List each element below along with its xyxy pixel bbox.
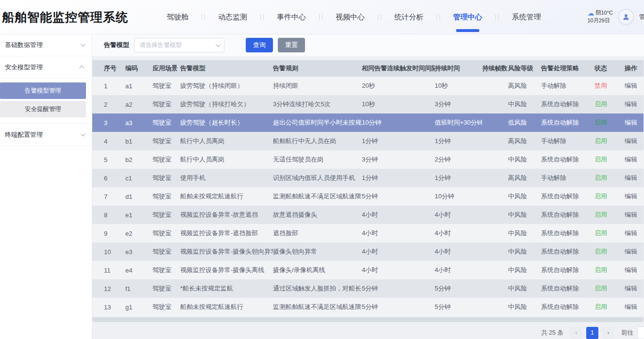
- edit-link[interactable]: 编辑: [625, 285, 637, 292]
- edit-link[interactable]: 编辑: [625, 137, 637, 145]
- cell-strategy: 系统自动解除: [541, 187, 594, 206]
- cell-status: 启用: [594, 187, 625, 206]
- sidebar-group-terminal-config[interactable]: 终端配置管理: [0, 124, 92, 146]
- horizontal-scrollbar[interactable]: [92, 317, 644, 322]
- cell-code: g1: [125, 298, 153, 316]
- cell-model: 疲劳驾驶（持续打哈欠）: [180, 95, 273, 113]
- cell-strategy: 手动解除: [541, 77, 594, 95]
- tab-dynamic-monitor[interactable]: 动态监测: [205, 0, 260, 34]
- cell-scene: 驾驶室: [153, 279, 180, 298]
- goto-label: 前往: [621, 329, 633, 337]
- nav-separator: [495, 0, 499, 34]
- edit-link[interactable]: 编辑: [625, 229, 637, 237]
- table-row[interactable]: 11e4驾驶室视频监控设备异常-摄像头离线摄像头/录像机离线4小时4小时中风险系…: [92, 261, 644, 279]
- weather-date: 10月29日: [587, 17, 613, 25]
- cell-frames: [482, 298, 508, 316]
- sidebar: 基础数据管理安全模型管理告警模型管理安全提醒管理终端配置管理: [0, 34, 92, 339]
- edit-link[interactable]: 编辑: [625, 303, 637, 310]
- cell-interval: 4小时: [362, 224, 435, 242]
- tab-system-management[interactable]: 系统管理: [499, 0, 554, 34]
- edit-link[interactable]: 编辑: [625, 266, 637, 274]
- search-button[interactable]: 查询: [246, 38, 273, 52]
- cell-strategy: 系统自动解除: [541, 242, 594, 261]
- main-content: 告警模型 请选择告警模型 查询 重置 序号编码应用场景告警模型告警规则相同告警连…: [92, 34, 644, 339]
- cell-frames: [482, 206, 508, 224]
- navbar-right: ☁ 阴10°C 10月29日 管理: [587, 9, 644, 25]
- cell-code: d1: [125, 187, 153, 206]
- edit-link[interactable]: 编辑: [625, 248, 637, 255]
- cell-status: 启用: [594, 150, 625, 169]
- column-header: 告警处理策略: [541, 60, 594, 77]
- table-row[interactable]: 9e2驾驶室视频监控设备异常-遮挡脸部遮挡脸部4小时4小时中风险系统自动解除启用…: [92, 224, 644, 242]
- cell-risk: 中风险: [508, 242, 541, 261]
- sidebar-group-label: 终端配置管理: [5, 130, 43, 139]
- cell-model: 疲劳驾驶（持续闭眼）: [180, 77, 273, 95]
- table-row[interactable]: 7d1驾驶室船舶未按规定航速航行监测船舶航速不满足区域航速限制规定5分钟10分钟…: [92, 187, 644, 206]
- edit-link[interactable]: 编辑: [625, 193, 637, 200]
- table-row[interactable]: 12f1驾驶室*船长未按规定监航通过区域触发人脸抓拍，对船长身份...5分钟5分…: [92, 279, 644, 298]
- edit-link[interactable]: 编辑: [625, 82, 637, 89]
- table-row[interactable]: 5b2驾驶室航行中人员离岗无适任驾驶员在岗3分钟2分钟中风险系统自动解除启用编辑: [92, 150, 644, 169]
- cell-interval: 4小时: [362, 242, 435, 261]
- table-row[interactable]: 4b1驾驶室航行中人员离岗船舶航行中无人员在岗1分钟1分钟高风险手动解除启用编辑: [92, 132, 644, 150]
- tab-management-center[interactable]: 管理中心: [440, 0, 495, 34]
- page-number-current[interactable]: 1: [586, 327, 598, 339]
- cell-code: b1: [125, 132, 153, 150]
- avatar[interactable]: [618, 9, 634, 25]
- tab-video-center[interactable]: 视频中心: [322, 0, 378, 34]
- edit-link[interactable]: 编辑: [625, 174, 637, 181]
- cell-interval: 5分钟: [362, 187, 435, 206]
- column-header: 风险等级: [508, 60, 541, 77]
- cell-scene: 驾驶室: [153, 95, 180, 113]
- cell-status: 启用: [594, 95, 625, 113]
- cell-action: 编辑: [625, 298, 644, 316]
- edit-link[interactable]: 编辑: [625, 119, 637, 126]
- cell-strategy: 系统自动解除: [541, 298, 594, 316]
- table-row[interactable]: 10e3驾驶室视频监控设备异常-摄像头朝向异常摄像头朝向异常4小时4小时中风险系…: [92, 242, 644, 261]
- cell-scene: 驾驶室: [153, 77, 180, 95]
- goto-page-input[interactable]: [637, 326, 644, 339]
- cell-risk: 中风险: [508, 224, 541, 242]
- table-row[interactable]: 13g1驾驶室船舶未按规定航速航行监测船舶航速不满足区域航速限制规定5分钟5分钟…: [92, 298, 644, 316]
- cell-rule: 摄像头/录像机离线: [273, 261, 362, 279]
- app-title: 船舶智能监控管理系统: [2, 9, 128, 25]
- cell-rule: 无适任驾驶员在岗: [273, 150, 362, 169]
- cell-frames: [482, 150, 508, 169]
- sidebar-group-base-data[interactable]: 基础数据管理: [0, 34, 92, 56]
- next-page-button[interactable]: ›: [602, 327, 614, 339]
- sidebar-item-safety-reminder[interactable]: 安全提醒管理: [0, 101, 86, 117]
- reset-button[interactable]: 重置: [278, 38, 305, 52]
- sidebar-item-alarm-model[interactable]: 告警模型管理: [0, 82, 86, 99]
- table-row[interactable]: 8e1驾驶室视频监控设备异常-故意遮挡故意遮挡摄像头4小时4小时中风险系统自动解…: [92, 206, 644, 224]
- cell-no: 8: [92, 206, 125, 224]
- cell-interval: 5分钟: [362, 298, 435, 316]
- cell-action: 编辑: [625, 187, 644, 206]
- cell-risk: 中风险: [508, 187, 541, 206]
- cell-action: 编辑: [625, 169, 644, 187]
- alarm-model-select[interactable]: 请选择告警模型: [134, 38, 224, 52]
- nav-separator: [437, 0, 440, 34]
- table-row[interactable]: 1a1驾驶室疲劳驾驶（持续闭眼）持续闭眼20秒10秒高风险手动解除禁用编辑: [92, 77, 644, 95]
- cell-action: 编辑: [625, 261, 644, 279]
- cell-strategy: 系统自动解除: [541, 113, 594, 132]
- sidebar-group-safety-model[interactable]: 安全模型管理: [0, 56, 92, 79]
- cell-model: *船长未按规定监航: [180, 279, 273, 298]
- table-row[interactable]: 6c1驾驶室使用手机识别区域内值班人员使用手机1分钟1分钟高风险手动解除启用编辑: [92, 169, 644, 187]
- edit-link[interactable]: 编辑: [625, 100, 637, 108]
- edit-link[interactable]: 编辑: [625, 156, 637, 163]
- nav-separator: [202, 0, 205, 34]
- cell-frames: [482, 77, 508, 95]
- column-header: 应用场景: [153, 60, 180, 77]
- filter-bar: 告警模型 请选择告警模型 查询 重置: [92, 34, 644, 56]
- prev-page-button[interactable]: ‹: [570, 327, 582, 339]
- tab-cockpit[interactable]: 驾驶舱: [153, 0, 202, 34]
- user-name[interactable]: 管理: [639, 13, 644, 21]
- cell-duration: 3分钟: [435, 95, 482, 113]
- edit-link[interactable]: 编辑: [625, 211, 637, 218]
- table-row[interactable]: 3a3驾驶室疲劳驾驶（超长时长）超出公司值班时间半小时未按规定交接10分钟值班时…: [92, 113, 644, 132]
- status-badge: 启用: [594, 266, 607, 274]
- table-row[interactable]: 2a2驾驶室疲劳驾驶（持续打哈欠）3分钟连续打哈欠5次10秒3分钟中风险系统自动…: [92, 95, 644, 113]
- tab-statistics[interactable]: 统计分析: [381, 0, 437, 34]
- cell-interval: 1分钟: [362, 169, 435, 187]
- tab-event-center[interactable]: 事件中心: [264, 0, 319, 34]
